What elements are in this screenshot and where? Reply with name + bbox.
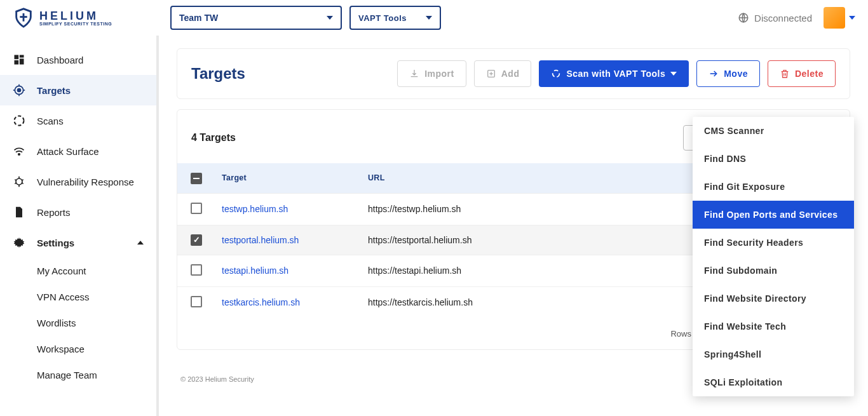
svg-rect-4 <box>15 55 19 60</box>
settings-sub-workspace[interactable]: Workspace <box>0 336 156 362</box>
target-url: https://testapi.helium.sh <box>362 255 722 286</box>
sidebar-item-scans[interactable]: Scans <box>0 105 156 136</box>
globe-icon <box>738 12 749 23</box>
sidebar-item-attack-surface[interactable]: Attack Surface <box>0 136 156 166</box>
target-link[interactable]: testportal.helium.sh <box>222 235 299 245</box>
file-icon <box>13 206 25 218</box>
svg-point-9 <box>18 89 21 92</box>
sidebar-item-label: Reports <box>37 207 71 218</box>
chevron-up-icon <box>137 241 144 245</box>
sidebar-item-dashboard[interactable]: Dashboard <box>0 44 156 75</box>
dashboard-icon <box>13 53 25 66</box>
select-all-checkbox[interactable] <box>191 173 202 184</box>
vapt-tools-selector[interactable]: VAPT Tools <box>349 6 441 30</box>
brand-tagline: SIMPLIFY SECURITY TESTING <box>39 22 112 26</box>
wifi-icon <box>13 145 25 158</box>
button-label: Add <box>501 69 520 79</box>
col-url[interactable]: URL <box>362 163 722 193</box>
bug-icon <box>13 175 25 188</box>
svg-rect-7 <box>15 60 19 65</box>
chevron-down-icon <box>849 16 855 20</box>
sidebar-item-label: Vulnerability Response <box>37 177 134 187</box>
target-icon <box>13 84 25 97</box>
dropdown-item[interactable]: Find Website Tech <box>693 312 854 340</box>
sidebar-item-label: Scans <box>37 116 64 126</box>
dropdown-item[interactable]: Find Subdomain <box>693 257 854 285</box>
sidebar-item-label: Targets <box>37 85 71 96</box>
svg-point-14 <box>15 116 24 126</box>
settings-sub-my-account[interactable]: My Account <box>0 258 156 284</box>
svg-rect-5 <box>20 55 24 58</box>
sidebar-item-targets[interactable]: Targets <box>0 75 156 105</box>
chevron-down-icon <box>327 16 333 20</box>
svg-point-26 <box>553 70 560 77</box>
main: Targets Import Add Scan with VAPT Tools … <box>159 36 868 416</box>
col-target[interactable]: Target <box>215 163 362 193</box>
team-selector[interactable]: Team TW <box>170 6 342 30</box>
connection-status-text: Disconnected <box>754 13 812 23</box>
dropdown-item[interactable]: Find Security Headers <box>693 229 854 257</box>
dropdown-item[interactable]: Find Website Directory <box>693 285 854 312</box>
dropdown-item[interactable]: Spring4Shell <box>693 340 854 368</box>
dropdown-item[interactable]: SQLi Exploitation <box>693 368 854 396</box>
logo[interactable]: HELIUM SIMPLIFY SECURITY TESTING <box>13 7 159 29</box>
sidebar-item-label: Settings <box>37 238 74 248</box>
move-button[interactable]: Move <box>696 60 760 87</box>
gear-icon <box>13 236 25 249</box>
import-icon <box>409 69 419 79</box>
svg-point-16 <box>16 178 22 185</box>
button-label: Scan with VAPT Tools <box>566 69 665 79</box>
dropdown-item[interactable]: CMS Scanner <box>693 117 854 145</box>
svg-point-15 <box>18 154 20 156</box>
plus-icon <box>486 69 496 79</box>
connection-status: Disconnected <box>738 12 812 23</box>
sidebar-item-label: Attack Surface <box>37 146 99 157</box>
target-url: https://testwp.helium.sh <box>362 193 722 225</box>
button-label: Import <box>424 69 454 79</box>
delete-button[interactable]: Delete <box>768 60 836 87</box>
arrow-right-icon <box>709 69 719 79</box>
settings-sub-vpn-access[interactable]: VPN Access <box>0 284 156 310</box>
targets-count: 4 Targets <box>191 132 236 144</box>
trash-icon <box>780 69 790 79</box>
topbar: HELIUM SIMPLIFY SECURITY TESTING Team TW… <box>0 0 868 36</box>
page-title: Targets <box>191 65 245 83</box>
scan-icon <box>13 114 25 127</box>
row-checkbox[interactable] <box>191 264 202 276</box>
vapt-tools-dropdown[interactable]: CMS ScannerFind DNSFind Git ExposureFind… <box>693 117 854 396</box>
logo-icon <box>13 7 34 29</box>
user-menu[interactable] <box>824 7 855 29</box>
settings-sub-manage-team[interactable]: Manage Team <box>0 362 156 388</box>
chevron-down-icon <box>426 16 432 20</box>
row-checkbox[interactable] <box>191 296 202 307</box>
sidebar-item-reports[interactable]: Reports <box>0 197 156 227</box>
brand-name: HELIUM <box>39 10 112 22</box>
settings-sub-wordlists[interactable]: Wordlists <box>0 310 156 336</box>
svg-rect-6 <box>20 58 24 64</box>
add-button[interactable]: Add <box>474 60 532 87</box>
vapt-tools-label: VAPT Tools <box>358 13 407 23</box>
target-url: https://testportal.helium.sh <box>362 225 722 255</box>
avatar <box>824 7 845 29</box>
page-header: Targets Import Add Scan with VAPT Tools … <box>177 48 850 99</box>
sidebar: Dashboard Targets Scans Attack Surface V… <box>0 36 159 416</box>
dropdown-item[interactable]: Find Open Ports and Services <box>693 201 854 229</box>
dropdown-item[interactable]: Find Git Exposure <box>693 173 854 201</box>
target-url: https://testkarcis.helium.sh <box>362 286 722 318</box>
sidebar-item-settings[interactable]: Settings <box>0 227 156 258</box>
spinner-icon <box>551 69 561 79</box>
chevron-down-icon <box>670 72 677 76</box>
target-link[interactable]: testwp.helium.sh <box>222 204 288 214</box>
button-label: Delete <box>795 69 824 79</box>
button-label: Move <box>724 69 748 79</box>
scan-with-vapt-button[interactable]: Scan with VAPT Tools <box>539 60 689 87</box>
dropdown-item[interactable]: Find DNS <box>693 145 854 173</box>
sidebar-item-label: Dashboard <box>37 55 83 65</box>
sidebar-item-vuln-response[interactable]: Vulnerability Response <box>0 166 156 197</box>
target-link[interactable]: testapi.helium.sh <box>222 265 288 276</box>
import-button[interactable]: Import <box>397 60 466 87</box>
team-selector-label: Team TW <box>179 13 218 23</box>
row-checkbox[interactable] <box>191 234 202 246</box>
target-link[interactable]: testkarcis.helium.sh <box>222 297 300 307</box>
row-checkbox[interactable] <box>191 203 202 214</box>
